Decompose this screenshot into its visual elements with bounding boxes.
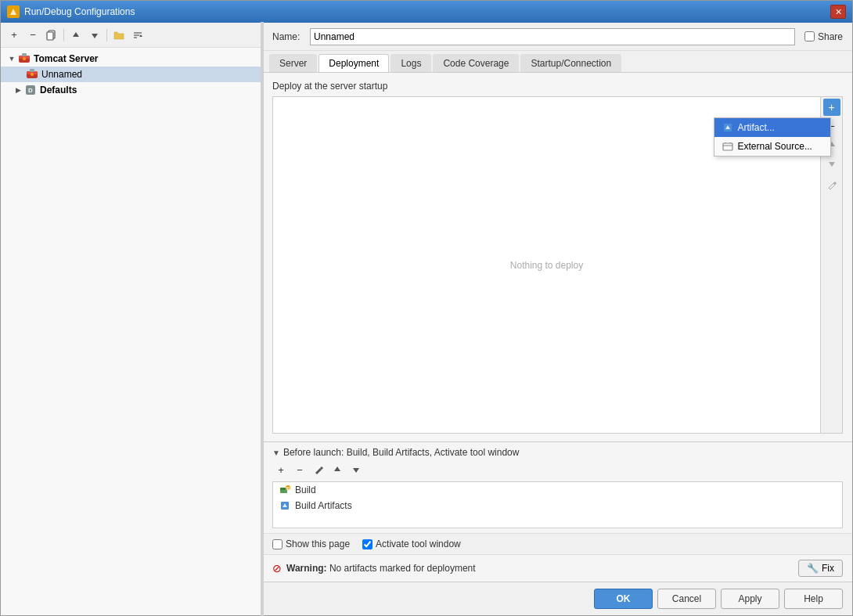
tabs-bar: Server Deployment Logs Code Coverage Sta… <box>263 51 852 73</box>
move-deploy-down-button[interactable] <box>823 155 840 172</box>
before-launch-item-build[interactable]: 01 Build <box>273 482 842 498</box>
move-down-icon <box>89 30 100 41</box>
svg-point-12 <box>23 57 26 60</box>
name-row: Name: Share <box>263 23 852 51</box>
share-checkbox[interactable] <box>804 31 815 41</box>
collapse-arrow-defaults: ▶ <box>13 85 23 95</box>
apply-button[interactable]: Apply <box>721 589 779 609</box>
add-deploy-button[interactable]: + <box>823 99 840 116</box>
move-up-icon <box>70 30 81 41</box>
move-down-icon <box>827 159 837 168</box>
remove-before-launch-button[interactable]: − <box>291 461 308 478</box>
fix-button[interactable]: 🔧 Fix <box>798 560 843 577</box>
svg-rect-13 <box>22 53 27 56</box>
svg-rect-17 <box>30 69 34 72</box>
move-down-button[interactable] <box>86 27 103 44</box>
tab-startup-connection[interactable]: Startup/Connection <box>520 54 621 72</box>
move-down-before-launch-button[interactable] <box>347 461 365 478</box>
edit-deploy-button[interactable] <box>823 177 840 194</box>
tomcat-server-icon <box>18 52 31 65</box>
config-tree: ▼ Tomcat Server <box>1 48 262 615</box>
svg-rect-3 <box>47 32 53 40</box>
close-button[interactable]: ✕ <box>830 5 846 19</box>
config-area: Deploy at the server startup Nothing to … <box>263 73 852 582</box>
pencil-icon <box>314 465 324 475</box>
before-launch-build-label: Build <box>295 485 316 495</box>
tree-item-unnamed[interactable]: Unnamed <box>1 67 262 82</box>
name-field-label: Name: <box>272 31 304 42</box>
remove-config-button[interactable]: − <box>24 27 41 44</box>
title-bar-left: Run/Debug Configurations <box>7 5 135 18</box>
copy-config-button[interactable] <box>43 27 60 44</box>
svg-text:D: D <box>28 87 33 94</box>
share-row: Share <box>804 31 843 42</box>
copy-icon <box>46 30 57 41</box>
add-config-button[interactable]: + <box>5 27 23 44</box>
toolbar-separator-2 <box>106 29 107 41</box>
activate-tool-window-checkbox[interactable] <box>362 539 373 549</box>
bottom-options: Show this page Activate tool window <box>263 533 852 554</box>
tab-logs[interactable]: Logs <box>391 54 431 72</box>
show-page-option: Show this page <box>272 539 350 549</box>
external-source-icon <box>722 141 733 152</box>
ok-button[interactable]: OK <box>594 589 653 609</box>
right-panel: Name: Share Server Deployment Logs <box>263 23 852 615</box>
move-up-before-launch-button[interactable] <box>329 461 346 478</box>
title-bar: Run/Debug Configurations ✕ <box>1 1 852 23</box>
run-debug-configurations-dialog: Run/Debug Configurations ✕ + − <box>0 0 853 616</box>
folder-button[interactable] <box>110 27 128 44</box>
defaults-icon: D <box>24 84 37 96</box>
tomcat-server-label: Tomcat Server <box>34 53 98 64</box>
dropdown-item-external-source[interactable]: External Source... <box>714 137 830 156</box>
before-launch-item-build-artifacts[interactable]: Build Artifacts <box>273 498 842 513</box>
show-page-label: Show this page <box>286 539 350 549</box>
build-artifacts-icon <box>279 500 290 511</box>
defaults-label: Defaults <box>40 85 77 95</box>
artifact-icon <box>722 122 733 133</box>
tree-item-tomcat-server[interactable]: ▼ Tomcat Server <box>1 51 262 67</box>
svg-marker-29 <box>353 468 359 473</box>
folder-icon <box>113 30 124 41</box>
tree-item-defaults[interactable]: ▶ D Defaults <box>1 82 262 98</box>
tab-deployment[interactable]: Deployment <box>319 54 389 72</box>
before-launch-build-artifacts-label: Build Artifacts <box>295 500 352 511</box>
add-before-launch-button[interactable]: + <box>272 461 290 478</box>
before-launch-toolbar: + − <box>272 461 843 478</box>
edit-icon <box>827 181 837 190</box>
window-icon <box>7 5 20 18</box>
svg-point-16 <box>31 73 34 76</box>
show-page-checkbox[interactable] <box>272 539 283 549</box>
collapse-arrow-tomcat: ▼ <box>7 54 16 63</box>
warning-bar: ⊘ Warning: No artifacts marked for deplo… <box>263 554 852 582</box>
warning-text: Warning: No artifacts marked for deploym… <box>286 563 794 574</box>
dropdown-item-artifact[interactable]: Artifact... <box>714 118 830 137</box>
edit-before-launch-button[interactable] <box>310 461 327 478</box>
tab-code-coverage[interactable]: Code Coverage <box>433 54 519 72</box>
up-arrow-icon <box>333 465 342 474</box>
down-arrow-icon <box>351 465 361 474</box>
toolbar-separator <box>63 29 64 41</box>
tab-server[interactable]: Server <box>269 54 317 72</box>
help-button[interactable]: Help <box>784 589 843 609</box>
svg-marker-28 <box>334 467 340 471</box>
unnamed-label: Unnamed <box>41 69 82 80</box>
build-icon: 01 <box>279 485 290 495</box>
nothing-to-deploy-text: Nothing to deploy <box>510 260 583 271</box>
share-label: Share <box>818 31 843 42</box>
window-title: Run/Debug Configurations <box>24 6 135 17</box>
resize-handle[interactable] <box>261 23 264 615</box>
before-launch-title: Before launch: Build, Build Artifacts, A… <box>283 447 520 458</box>
before-launch-collapse-arrow: ▼ <box>272 448 280 457</box>
before-launch-list: 01 Build Bui <box>272 481 843 528</box>
deploy-side-toolbar: + <box>821 96 843 434</box>
warning-icon: ⊘ <box>272 562 282 575</box>
cancel-button[interactable]: Cancel <box>657 589 716 609</box>
before-launch-header[interactable]: ▼ Before launch: Build, Build Artifacts,… <box>272 447 843 458</box>
move-up-button[interactable] <box>67 27 85 44</box>
left-toolbar: + − <box>1 23 262 48</box>
svg-marker-27 <box>829 162 835 167</box>
main-content: + − <box>1 23 852 615</box>
name-input[interactable] <box>310 28 795 45</box>
svg-marker-5 <box>92 34 98 38</box>
sort-button[interactable] <box>129 27 146 44</box>
